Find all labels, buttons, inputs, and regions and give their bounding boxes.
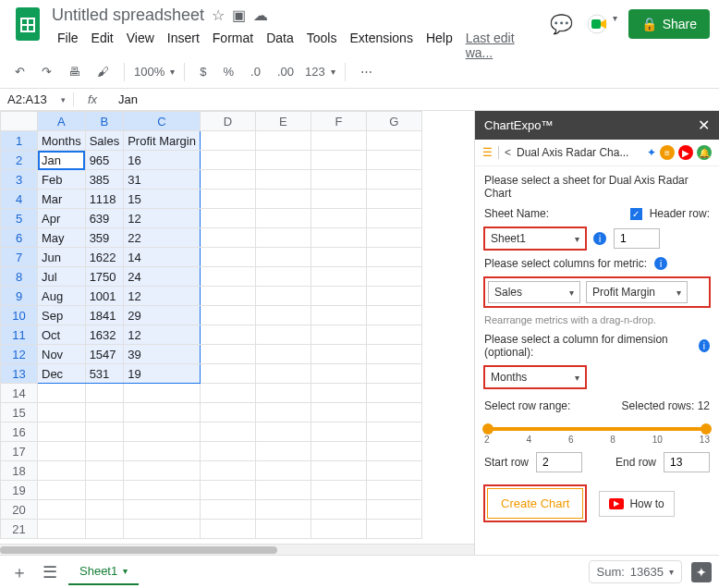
cell[interactable] [200, 481, 255, 500]
cell[interactable] [255, 364, 311, 384]
row-header[interactable]: 14 [1, 384, 38, 403]
cell[interactable] [200, 325, 255, 345]
info-icon[interactable]: i [654, 257, 667, 270]
cell[interactable] [255, 151, 311, 170]
cell[interactable] [255, 500, 311, 520]
cell[interactable] [366, 267, 421, 287]
cell[interactable] [255, 403, 311, 423]
cell[interactable] [366, 345, 421, 364]
cell[interactable] [311, 306, 366, 325]
row-header[interactable]: 12 [1, 345, 38, 364]
cell[interactable] [200, 461, 255, 481]
horizontal-scrollbar[interactable] [0, 544, 474, 555]
undo-icon[interactable]: ↶ [9, 61, 30, 82]
cell[interactable] [311, 287, 366, 306]
cell[interactable]: Sep [38, 306, 86, 325]
end-row-input[interactable] [664, 452, 710, 472]
cell[interactable]: 12 [124, 325, 201, 345]
cell[interactable] [366, 151, 421, 170]
cell[interactable] [200, 267, 255, 287]
cell[interactable] [366, 384, 421, 403]
row-header[interactable]: 8 [1, 267, 38, 287]
col-header-F[interactable]: F [311, 112, 366, 131]
cell[interactable]: 965 [85, 151, 124, 170]
cell[interactable] [366, 325, 421, 345]
row-header[interactable]: 2 [1, 151, 38, 170]
cell[interactable] [255, 423, 311, 442]
cell[interactable] [366, 190, 421, 209]
cell[interactable] [200, 306, 255, 325]
row-header[interactable]: 1 [1, 131, 38, 151]
header-row-input[interactable] [614, 228, 660, 249]
cell[interactable] [311, 131, 366, 151]
quick-sum[interactable]: Sum: 13635 ▾ [589, 560, 683, 583]
cell[interactable] [255, 461, 311, 481]
cell[interactable] [200, 384, 255, 403]
cell[interactable] [366, 131, 421, 151]
metric1-select[interactable]: Sales▾ [488, 281, 580, 303]
cell[interactable]: 639 [85, 209, 124, 228]
cell[interactable] [124, 461, 201, 481]
cell[interactable]: Jun [38, 248, 86, 267]
sheet-tab[interactable]: Sheet1▾ [68, 558, 139, 585]
cell[interactable] [200, 423, 255, 442]
name-box[interactable]: A2:A13▾ [0, 92, 74, 106]
more-toolbar-icon[interactable]: ⋯ [355, 61, 378, 82]
cell[interactable] [85, 403, 124, 423]
cell[interactable] [124, 423, 201, 442]
cell[interactable]: Profit Margin [124, 131, 201, 151]
cell[interactable] [124, 500, 201, 520]
row-range-slider[interactable] [486, 427, 708, 431]
cell[interactable] [200, 190, 255, 209]
row-header[interactable]: 11 [1, 325, 38, 345]
col-header-A[interactable]: A [38, 112, 86, 131]
cell[interactable] [366, 287, 421, 306]
cell[interactable] [200, 345, 255, 364]
cell[interactable] [366, 403, 421, 423]
cell[interactable] [38, 481, 86, 500]
cell[interactable] [124, 520, 201, 539]
cell[interactable]: 1001 [85, 287, 124, 306]
cell[interactable] [255, 287, 311, 306]
cell[interactable] [366, 461, 421, 481]
cell[interactable]: Aug [38, 287, 86, 306]
cell[interactable] [255, 520, 311, 539]
cell[interactable] [200, 151, 255, 170]
bell-icon[interactable]: 🔔 [697, 145, 712, 160]
zoom-select[interactable]: 100%▾ [134, 65, 175, 79]
cell[interactable] [124, 384, 201, 403]
cell[interactable] [255, 481, 311, 500]
header-row-checkbox[interactable]: ✓ [630, 208, 642, 220]
cell[interactable]: 1750 [85, 267, 124, 287]
cell[interactable]: 1632 [85, 325, 124, 345]
cell[interactable] [200, 228, 255, 248]
cell[interactable] [200, 500, 255, 520]
info-icon[interactable]: i [699, 339, 710, 352]
cell[interactable] [38, 520, 86, 539]
cell[interactable] [311, 364, 366, 384]
cell[interactable] [366, 364, 421, 384]
create-chart-button[interactable]: Create Chart [487, 488, 583, 519]
cell[interactable] [85, 520, 124, 539]
row-header[interactable]: 15 [1, 403, 38, 423]
cell[interactable] [311, 403, 366, 423]
start-row-input[interactable] [536, 452, 582, 472]
cell[interactable] [200, 131, 255, 151]
close-icon[interactable]: ✕ [698, 116, 710, 134]
row-header[interactable]: 6 [1, 228, 38, 248]
cell[interactable] [255, 248, 311, 267]
cell[interactable] [366, 170, 421, 190]
cell[interactable]: 24 [124, 267, 201, 287]
cell[interactable] [38, 461, 86, 481]
cell[interactable] [255, 209, 311, 228]
cell[interactable]: Oct [38, 325, 86, 345]
cell[interactable] [200, 364, 255, 384]
cell[interactable] [200, 287, 255, 306]
cell[interactable] [311, 481, 366, 500]
howto-button[interactable]: ▶ How to [599, 491, 674, 517]
cell[interactable] [255, 170, 311, 190]
cloud-icon[interactable]: ☁ [253, 6, 268, 24]
meet-icon[interactable]: ▾ [584, 13, 617, 35]
cell[interactable] [255, 306, 311, 325]
cell[interactable]: 31 [124, 170, 201, 190]
